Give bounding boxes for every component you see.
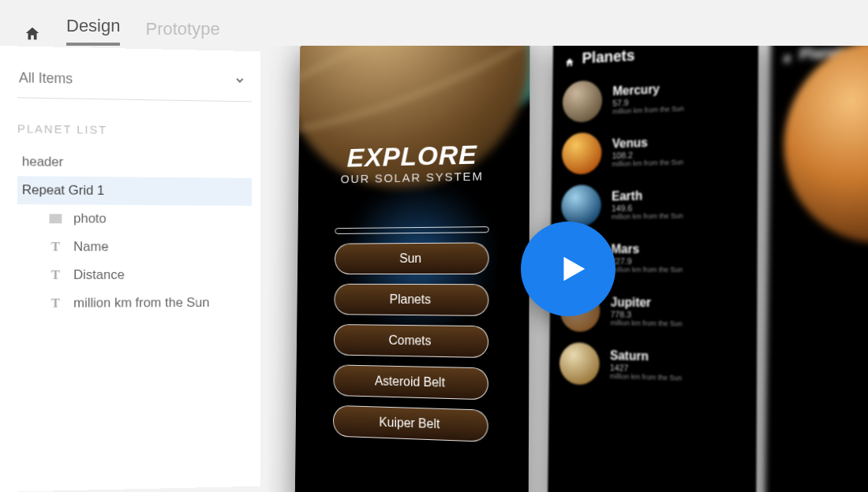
layer-label: photo xyxy=(73,211,107,227)
layer-label: Distance xyxy=(73,267,125,283)
planet-thumbnail xyxy=(559,342,600,386)
planet-text: Mercury57.9million km from the Sun xyxy=(612,81,684,116)
planet-text: Venus108.2million km from the Sun xyxy=(612,135,683,169)
text-icon: T xyxy=(49,240,63,254)
top-toolbar: Design Prototype xyxy=(0,0,868,46)
layers-panel: All Items PLANET LIST headerRepeat Grid … xyxy=(0,46,260,492)
planet-unit: million km from the Sun xyxy=(612,212,683,221)
layer-list: headerRepeat Grid 1photoTNameTDistanceTm… xyxy=(17,147,252,318)
layer-row[interactable]: TDistance xyxy=(17,261,252,289)
planet-row[interactable]: Mercury57.9million km from the Sun xyxy=(563,73,747,123)
planet-unit: million km from the Sun xyxy=(612,158,683,168)
planet-row[interactable]: Venus108.2million km from the Sun xyxy=(562,127,746,175)
rectangle-icon xyxy=(49,211,63,226)
design-canvas[interactable]: EXPLORE OUR SOLAR SYSTEM Sun Planets Com… xyxy=(268,46,868,492)
tab-design[interactable]: Design xyxy=(66,16,120,46)
section-label: PLANET LIST xyxy=(17,121,252,138)
planet-name: Jupiter xyxy=(611,296,683,311)
explore-menu: Sun Planets Comets Asteroid Belt Kuiper … xyxy=(333,226,489,442)
planet-text: Saturn1427million km from the Sun xyxy=(610,348,683,382)
home-icon[interactable] xyxy=(782,50,792,61)
planet-unit: million km from the Sun xyxy=(610,319,682,327)
planet-row[interactable]: Saturn1427million km from the Sun xyxy=(559,342,746,390)
text-icon: T xyxy=(49,296,63,311)
planet-unit: million km from the Sun xyxy=(610,372,682,382)
tab-prototype[interactable]: Prototype xyxy=(145,19,219,46)
planet-text: Mars227.9million km from the Sun xyxy=(611,242,683,274)
home-icon[interactable] xyxy=(564,54,574,65)
planet-name: Earth xyxy=(612,188,683,203)
menu-pill-decor xyxy=(335,226,488,234)
chevron-down-icon xyxy=(234,74,245,91)
planet-distance: 778.3 xyxy=(611,310,683,320)
menu-item-asteroid-belt[interactable]: Asteroid Belt xyxy=(333,364,488,400)
menu-item-kuiper-belt[interactable]: Kuiper Belt xyxy=(333,405,488,442)
layer-row[interactable]: Repeat Grid 1 xyxy=(17,176,252,206)
dropdown-label: All Items xyxy=(19,69,73,87)
play-button[interactable] xyxy=(521,222,615,316)
home-icon[interactable] xyxy=(24,25,41,43)
text-icon: T xyxy=(49,268,63,282)
artboard-planet-detail[interactable]: Planets xyxy=(765,46,868,492)
planet-text: Earth149.6million km from the Sun xyxy=(612,188,683,220)
planet-text: Jupiter778.3million km from the Sun xyxy=(610,296,682,328)
layer-row[interactable]: header xyxy=(17,147,252,178)
planet-unit: million km from the Sun xyxy=(611,266,683,274)
planet-thumbnail xyxy=(563,80,603,123)
planet-name: Saturn xyxy=(610,348,682,364)
layers-filter-dropdown[interactable]: All Items xyxy=(17,62,252,102)
artboard-explore[interactable]: EXPLORE OUR SOLAR SYSTEM Sun Planets Com… xyxy=(295,46,530,492)
artboard-title: Planets xyxy=(582,47,634,67)
menu-item-planets[interactable]: Planets xyxy=(334,284,488,316)
layer-label: million km from the Sun xyxy=(73,295,209,311)
menu-item-sun[interactable]: Sun xyxy=(335,242,489,274)
play-icon xyxy=(553,251,589,287)
menu-item-comets[interactable]: Comets xyxy=(334,324,488,358)
layer-label: Repeat Grid 1 xyxy=(22,182,104,199)
workspace: All Items PLANET LIST headerRepeat Grid … xyxy=(0,46,868,492)
planet-thumbnail xyxy=(562,132,602,174)
planet-name: Mars xyxy=(611,242,683,257)
layer-row[interactable]: TName xyxy=(17,233,252,261)
planet-thumbnail xyxy=(561,184,601,227)
planet-row[interactable]: Earth149.6million km from the Sun xyxy=(561,181,746,227)
layer-label: Name xyxy=(73,239,108,255)
layer-row[interactable]: Tmillion km from the Sun xyxy=(17,289,252,318)
jupiter-image xyxy=(783,46,868,244)
layer-label: header xyxy=(22,154,63,170)
layer-row[interactable]: photo xyxy=(17,204,252,233)
planet-distance: 227.9 xyxy=(611,256,683,266)
